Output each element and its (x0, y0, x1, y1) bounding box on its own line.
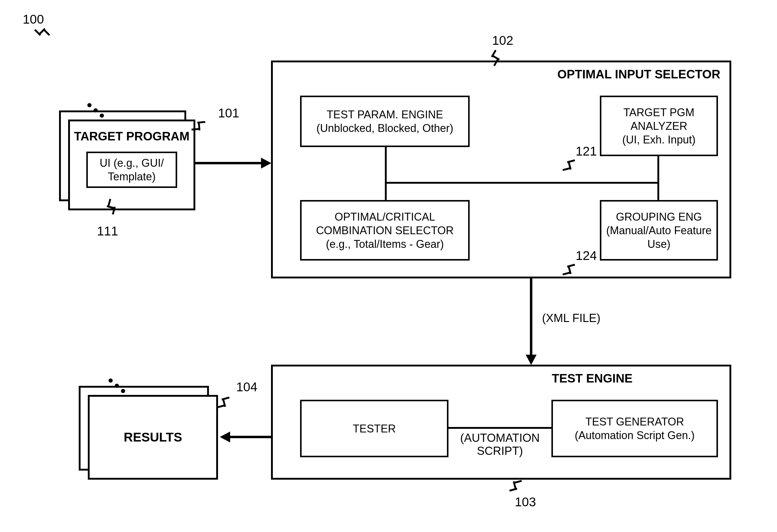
arrow-tp-ois (195, 162, 262, 164)
arrow-te-results-head (220, 431, 230, 442)
results-title: RESULTS (124, 429, 182, 445)
target-program-box: TARGET PROGRAM UI (e.g., GUI/ Template) (68, 120, 195, 210)
xml-file-label: (XML FILE) (542, 312, 600, 325)
optimal-input-selector: OPTIMAL INPUT SELECTOR TEST PARAM. ENGIN… (271, 60, 731, 278)
ref-103: 103 (515, 495, 536, 509)
arrow-tp-ois-head (261, 158, 271, 168)
test-generator-text: TEST GENERATOR (Automation Script Gen.) (575, 415, 695, 442)
ref-124: 124 (576, 248, 597, 263)
target-program-title: TARGET PROGRAM (74, 129, 189, 144)
arrow-ois-te-head (526, 355, 537, 365)
target-pgm-analyzer: TARGET PGM ANALYZER (UI, Exh. Input) (600, 96, 718, 156)
arrow-te-results (230, 436, 271, 438)
ois-conn-124-stub (385, 182, 387, 200)
ref-101: 101 (218, 106, 239, 120)
ois-conn-bus (385, 182, 659, 184)
tester-text: TESTER (353, 422, 396, 435)
ref-100: 100 (23, 12, 44, 27)
test-param-engine-text: TEST PARAM. ENGINE (Unblocked, Blocked, … (316, 108, 453, 135)
grouping-eng-text: GROUPING ENG (Manual/Auto Feature Use) (601, 210, 716, 251)
tester: TESTER (300, 400, 448, 457)
optimal-critical-selector: OPTIMAL/CRITICAL COMBINATION SELECTOR (e… (300, 200, 470, 261)
ref-104: 104 (236, 380, 257, 394)
arrow-ois-te (530, 278, 532, 356)
target-program-ui-text: UI (e.g., GUI/ Template) (88, 156, 176, 183)
te-conn-tester-gen (448, 427, 551, 429)
ois-conn-122-down (657, 156, 659, 200)
grouping-eng: GROUPING ENG (Manual/Auto Feature Use) (600, 200, 718, 261)
ref-111: 111 (97, 224, 118, 239)
ois-title: OPTIMAL INPUT SELECTOR (557, 66, 720, 82)
test-engine: TEST ENGINE TESTER 131 TEST GENERATOR (A… (271, 365, 731, 480)
optimal-critical-text: OPTIMAL/CRITICAL COMBINATION SELECTOR (e… (302, 210, 468, 251)
ref-121: 121 (576, 144, 597, 159)
target-pgm-analyzer-text: TARGET PGM ANALYZER (UI, Exh. Input) (601, 106, 716, 146)
results-box: RESULTS (88, 395, 218, 480)
test-engine-title: TEST ENGINE (552, 371, 633, 386)
ref-102: 102 (492, 33, 513, 48)
diagram-canvas: 100 TARGET PROGRAM UI (e.g., GUI/ Templa… (0, 0, 777, 532)
target-program-ui-box: UI (e.g., GUI/ Template) (86, 152, 177, 188)
test-param-engine: TEST PARAM. ENGINE (Unblocked, Blocked, … (300, 96, 470, 147)
automation-script-label: (AUTOMATION SCRIPT) (454, 431, 545, 457)
test-generator: TEST GENERATOR (Automation Script Gen.) (551, 400, 718, 457)
